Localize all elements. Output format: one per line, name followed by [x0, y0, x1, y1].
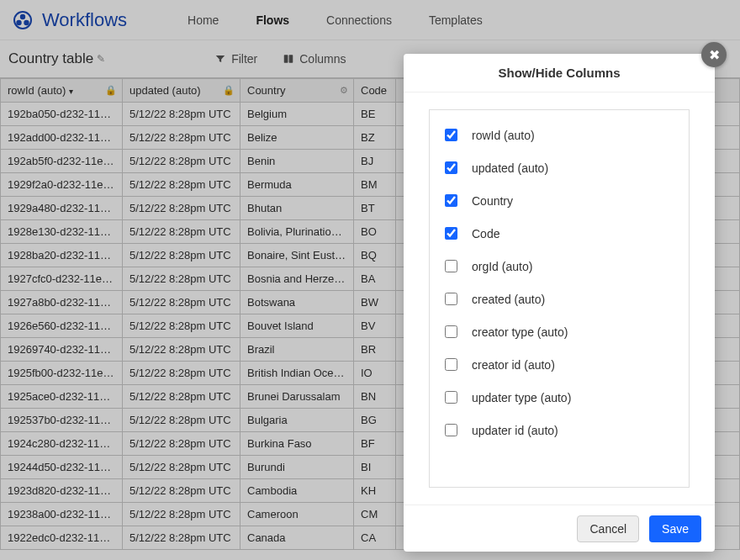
column-toggle-row[interactable]: created (auto)	[440, 283, 679, 315]
column-toggle-checkbox[interactable]	[445, 325, 457, 338]
save-button[interactable]: Save	[649, 515, 701, 542]
column-toggle-checkbox[interactable]	[445, 194, 457, 207]
modal-footer: Cancel Save	[404, 505, 715, 552]
column-toggle-checkbox[interactable]	[445, 260, 457, 272]
column-toggle-row[interactable]: creator type (auto)	[440, 315, 679, 348]
column-toggle-label: orgId (auto)	[472, 260, 532, 273]
column-toggle-label: Country	[472, 194, 513, 208]
column-toggle-checkbox[interactable]	[445, 129, 457, 141]
column-toggle-label: updater type (auto)	[472, 391, 571, 404]
column-toggle-label: updated (auto)	[472, 161, 548, 175]
column-toggle-checkbox[interactable]	[445, 227, 457, 240]
column-toggle-row[interactable]: orgId (auto)	[440, 250, 679, 283]
column-checklist: rowId (auto)updated (auto)CountryCodeorg…	[429, 109, 690, 488]
cancel-button[interactable]: Cancel	[577, 515, 639, 542]
column-toggle-label: updater id (auto)	[472, 424, 558, 437]
column-toggle-row[interactable]: creator id (auto)	[440, 348, 679, 381]
modal-close-button[interactable]: ✖	[701, 42, 727, 67]
column-toggle-row[interactable]: rowId (auto)	[440, 119, 679, 151]
modal-title: Show/Hide Columns	[404, 54, 715, 92]
column-toggle-label: rowId (auto)	[472, 129, 535, 142]
column-toggle-label: creator id (auto)	[472, 358, 555, 372]
column-toggle-checkbox[interactable]	[445, 358, 457, 371]
column-toggle-checkbox[interactable]	[445, 161, 457, 174]
columns-modal: Show/Hide Columns rowId (auto)updated (a…	[404, 54, 715, 552]
column-toggle-label: creator type (auto)	[472, 325, 568, 339]
column-toggle-checkbox[interactable]	[445, 424, 457, 436]
column-toggle-row[interactable]: Code	[440, 217, 679, 250]
column-toggle-checkbox[interactable]	[445, 391, 457, 404]
column-toggle-checkbox[interactable]	[445, 293, 457, 305]
column-toggle-label: created (auto)	[472, 293, 545, 306]
column-toggle-row[interactable]: updater type (auto)	[440, 381, 679, 414]
column-toggle-row[interactable]: updater id (auto)	[440, 414, 679, 446]
close-icon: ✖	[709, 47, 720, 63]
column-toggle-label: Code	[472, 227, 500, 240]
column-toggle-row[interactable]: Country	[440, 184, 679, 217]
column-toggle-row[interactable]: updated (auto)	[440, 151, 679, 184]
